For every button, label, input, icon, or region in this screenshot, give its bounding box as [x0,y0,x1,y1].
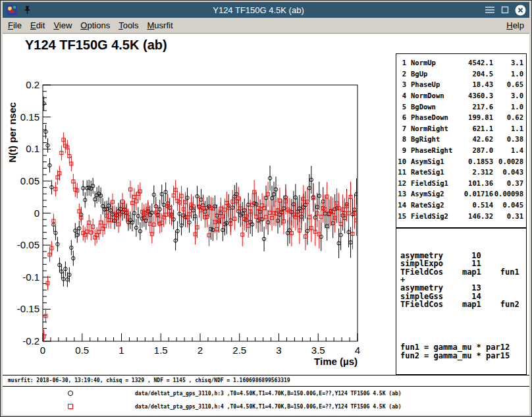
svg-text:N(t) per nsec: N(t) per nsec [7,102,18,163]
svg-text:0.1: 0.1 [26,143,40,154]
svg-text:Time (µs): Time (µs) [314,356,358,367]
window-menu-icon[interactable] [484,4,496,16]
param-row: 6PhaseDown199.810.62 [398,112,525,123]
menu-edit[interactable]: Edit [30,20,45,30]
param-row: 2BgUp204.51.0 [398,69,525,80]
svg-text:-0.15: -0.15 [17,303,40,314]
svg-text:1: 1 [119,345,124,356]
musrfit-window: Y124 TF150G 4.5K (ab) File Edit View Op [0,0,532,417]
menu-help[interactable]: Help [506,20,524,30]
legend-circle-marker [66,389,74,397]
svg-text:0.05: 0.05 [20,175,40,186]
titlebar[interactable]: Y124 TF150G 4.5K (ab) [3,2,529,18]
svg-text:1.5: 1.5 [154,345,168,356]
param-row: 9PhaseRight287.01.4 [398,145,525,156]
svg-text:0: 0 [40,345,45,356]
param-row: 10AsymSig10.18530.0028 [398,155,525,167]
menu-musrfit[interactable]: Musrfit [147,20,173,30]
svg-text:-0.1: -0.1 [22,271,40,283]
param-row: 13AsymSig20.017160.00098 [398,188,525,200]
svg-text:0.15: 0.15 [20,111,40,123]
menu-tools[interactable]: Tools [119,20,138,30]
menu-options[interactable]: Options [80,20,110,30]
theory-line: asymmetry 13 [400,284,522,292]
svg-text:4: 4 [355,345,360,356]
param-row: 8BgRight42.620.38 [398,134,525,145]
fun-line: fun1 = gamma_mu * par12 [400,343,522,351]
close-icon[interactable] [514,4,526,16]
root-canvas[interactable]: Y124 TF150G 4.5K (ab) -0.2-0.15-0.1-0.05… [3,34,529,415]
svg-text:0.2: 0.2 [26,79,40,90]
fit-stats: musrfit: 2018-06-30, 13:19:40, chisq = 1… [3,375,529,387]
maximize-icon[interactable] [499,4,511,16]
legend-entry: data/deltat_pta_gps_3110,h:3 ,T0=4.50K,T… [3,387,529,400]
svg-text:0: 0 [34,208,40,219]
svg-text:0.5: 0.5 [75,345,89,356]
theory-line: TFieldCos map1 fun2 [400,300,522,308]
param-row: 15FieldSig2146.320.31 [398,210,525,221]
legend-entry: data/deltat_pta_gps_3110,h:4 ,T0=4.50K,T… [3,400,529,413]
app-icon[interactable] [6,4,18,16]
menubar: File Edit View Options Tools Musrfit Hel… [3,18,529,34]
param-row: 7NormRight621.11.1 [398,123,525,134]
pin-icon[interactable] [21,4,33,16]
legend-square-marker [66,403,74,410]
param-row: 1NormUp4542.13.1 [398,57,525,69]
svg-text:2: 2 [198,345,203,356]
svg-text:2.5: 2.5 [232,345,246,356]
menu-file[interactable]: File [8,20,22,30]
fun-line: fun2 = gamma_mu * par15 [400,352,522,360]
theory-line: TFieldCos map1 fun1 [400,268,522,276]
parameter-box[interactable]: 1NormUp4542.13.12BgUp204.51.03PhaseUp18.… [396,53,527,228]
svg-text:3: 3 [276,345,281,356]
param-row: 14RateSig20.5140.045 [398,200,525,211]
param-row: 12FieldSig1101.360.37 [398,178,525,189]
legend-label: data/deltat_pta_gps_3110,h:3 ,T0=4.50K,T… [135,391,402,397]
asymmetry-plot[interactable]: -0.2-0.15-0.1-0.0500.050.10.150.200.511.… [3,34,395,375]
param-row: 3PhaseUp18.430.65 [398,79,525,90]
legend-label: data/deltat_pta_gps_3110,h:4 ,T0=4.50K,T… [135,404,402,410]
window-title: Y124 TF150G 4.5K (ab) [36,5,481,15]
param-row: 4NormDown4360.33.0 [398,90,525,101]
plot-legend[interactable]: data/deltat_pta_gps_3110,h:3 ,T0=4.50K,T… [3,387,529,415]
theory-box[interactable]: asymmetry 10simplExpo 11TFieldCos map1 f… [396,228,527,375]
menu-view[interactable]: View [53,20,72,30]
svg-text:-0.05: -0.05 [17,239,40,250]
param-row: 5BgDown217.61.0 [398,101,525,112]
param-row: 11RateSig12.3120.043 [398,167,525,178]
svg-text:-0.2: -0.2 [22,335,40,347]
svg-text:3.5: 3.5 [311,345,325,356]
theory-line: simplExpo 11 [400,260,522,267]
